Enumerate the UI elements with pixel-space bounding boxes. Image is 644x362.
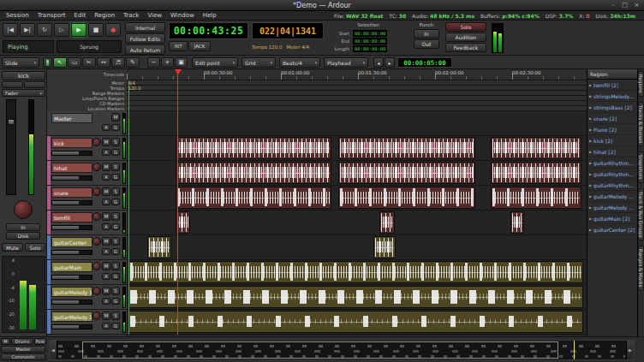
track-header-snare[interactable]: snareMSAG <box>47 186 127 211</box>
shuttle-control[interactable]: Sprung <box>57 40 122 53</box>
mute-button[interactable]: M <box>102 287 110 295</box>
gain-fader[interactable] <box>6 99 16 195</box>
audio-region[interactable] <box>510 211 524 234</box>
group-button[interactable]: G <box>111 323 120 329</box>
group-tab-bar[interactable] <box>47 285 51 309</box>
audio-region[interactable] <box>491 162 581 184</box>
session-summary[interactable]: ◀ ▶ <box>49 340 635 360</box>
automation-button[interactable]: A <box>102 223 110 230</box>
region-list-item[interactable]: ▶hihat [2] <box>587 146 637 157</box>
playhead-head-icon[interactable] <box>175 69 182 74</box>
group-button[interactable]: Drums <box>11 338 33 345</box>
output-routing-button[interactable]: Master <box>1 346 45 353</box>
disclosure-triangle-icon[interactable]: ▶ <box>589 172 592 176</box>
side-tab-tracks-busses[interactable]: Tracks & Busses <box>638 102 644 146</box>
region-list-item[interactable]: ▶guitarMelody 1 [2] <box>587 191 637 202</box>
group-tab-bar[interactable] <box>47 161 51 185</box>
region-list-item[interactable]: ▶stringsBass [2] <box>587 102 637 113</box>
automation-button[interactable]: A <box>102 298 110 305</box>
audio-region[interactable] <box>128 311 583 333</box>
menu-track[interactable]: Track <box>120 11 142 20</box>
edit-mode-dropdown[interactable]: Slide▾ <box>2 57 39 68</box>
region-list-header[interactable]: Region <box>587 69 637 80</box>
track-gain-fader[interactable] <box>51 200 92 205</box>
region-list-item[interactable]: ▶guitarRhythmMelody [2] <box>587 169 637 180</box>
audio-region[interactable] <box>128 261 583 283</box>
audio-region[interactable] <box>373 236 396 258</box>
strip-track-name-button[interactable]: kick <box>2 71 45 80</box>
comments-button[interactable]: Comments <box>1 353 45 360</box>
zoom-fit-button[interactable]: ▣ <box>175 57 188 68</box>
disclosure-triangle-icon[interactable]: ▶ <box>589 183 592 187</box>
track-lane-kick[interactable] <box>127 136 587 161</box>
ruler-label-timecode[interactable]: Timecode <box>47 69 127 80</box>
solo-button[interactable]: S <box>111 262 120 270</box>
audio-region[interactable] <box>491 187 581 209</box>
internal-sync-button[interactable]: Internal <box>125 22 165 33</box>
group-button[interactable]: G <box>111 273 120 280</box>
audition-mode-button[interactable]: ♬ <box>111 57 125 68</box>
audition-indicator-button[interactable]: Audition <box>445 33 486 42</box>
nudge-back-button[interactable]: ◂ <box>373 57 384 68</box>
menu-transport[interactable]: Transport <box>34 11 69 20</box>
record-arm-button[interactable] <box>92 212 101 221</box>
zoom-in-button[interactable]: + <box>161 57 174 68</box>
monitor-input-button[interactable]: In <box>6 223 40 231</box>
track-lane-guitarmain[interactable] <box>127 260 587 285</box>
record-arm-button[interactable] <box>92 262 101 270</box>
audio-region[interactable] <box>147 236 171 258</box>
zoom-focus-dropdown[interactable]: Playhead▾ <box>324 57 368 68</box>
automation-button[interactable]: A <box>102 323 110 329</box>
feedback-indicator-button[interactable]: Feedback <box>445 43 486 52</box>
group-button[interactable]: G <box>111 199 120 205</box>
smart-mode-button[interactable] <box>43 57 52 68</box>
menu-region[interactable]: Region <box>91 11 118 20</box>
audio-region[interactable] <box>176 162 331 184</box>
track-header-kick[interactable]: kickMSAG <box>47 136 127 161</box>
automation-button[interactable]: A <box>102 199 110 205</box>
solo-button[interactable]: S <box>111 312 120 320</box>
range-mode-button[interactable]: ▭ <box>68 57 81 68</box>
solo-indicator-button[interactable]: Solo <box>445 22 486 32</box>
timeline-rulers[interactable]: 00:00:30:0000:01:00:0000:01:30:0000:02:0… <box>127 69 587 111</box>
grab-mode-button[interactable]: ↖ <box>53 57 67 68</box>
strip-input-button[interactable] <box>2 81 23 88</box>
snap-mode-dropdown[interactable]: Grid▾ <box>242 57 276 68</box>
strip-fader-dropdown[interactable]: Fader▾ <box>2 89 45 97</box>
fader-handle[interactable] <box>8 119 15 125</box>
track-name-label[interactable]: guitarMelody 2 <box>51 312 92 322</box>
disclosure-triangle-icon[interactable]: ▶ <box>589 94 592 98</box>
region-list-item[interactable]: ▶guitarMelody 2 [2] <box>587 202 637 213</box>
meter-position-button[interactable]: Post <box>34 338 46 345</box>
audio-region[interactable] <box>338 162 475 184</box>
track-gain-fader[interactable] <box>51 225 92 230</box>
mute-button[interactable]: M <box>102 312 110 320</box>
disclosure-triangle-icon[interactable]: ▶ <box>589 150 592 154</box>
menu-window[interactable]: Window <box>167 11 198 20</box>
audio-region[interactable] <box>338 187 475 209</box>
menu-edit[interactable]: Edit <box>71 11 90 20</box>
record-button[interactable]: ● <box>105 23 121 37</box>
group-tab-bar[interactable] <box>47 235 51 259</box>
play-range-button[interactable]: ▷ <box>54 23 69 37</box>
track-lane-hihat[interactable] <box>127 161 587 186</box>
minimize-icon[interactable]: – <box>608 1 617 9</box>
audio-region[interactable] <box>128 286 583 308</box>
punch-out-button[interactable]: Out <box>414 39 439 49</box>
group-tab-bar[interactable] <box>47 136 51 160</box>
track-header-master[interactable]: MasterMAG <box>47 111 127 136</box>
audio-region[interactable] <box>176 137 331 159</box>
stop-button[interactable]: ■ <box>88 23 104 37</box>
record-arm-button[interactable] <box>92 312 101 320</box>
track-header-guitarcenter[interactable]: guitarCenterMSAG <box>47 235 127 260</box>
region-list-item[interactable]: ▶guitarRhythmLeft [2] <box>587 180 637 191</box>
disclosure-triangle-icon[interactable]: ▶ <box>589 116 592 121</box>
disclosure-triangle-icon[interactable]: ▶ <box>589 139 592 143</box>
audio-region[interactable] <box>491 137 581 159</box>
mute-button[interactable]: M <box>111 113 120 122</box>
group-button[interactable]: G <box>111 124 120 131</box>
track-name-label[interactable]: snare <box>51 187 92 198</box>
track-name-label[interactable]: guitarMelody 1 <box>51 287 92 297</box>
track-name-label[interactable]: hihat <box>51 163 92 173</box>
mute-button[interactable]: M <box>102 163 110 171</box>
